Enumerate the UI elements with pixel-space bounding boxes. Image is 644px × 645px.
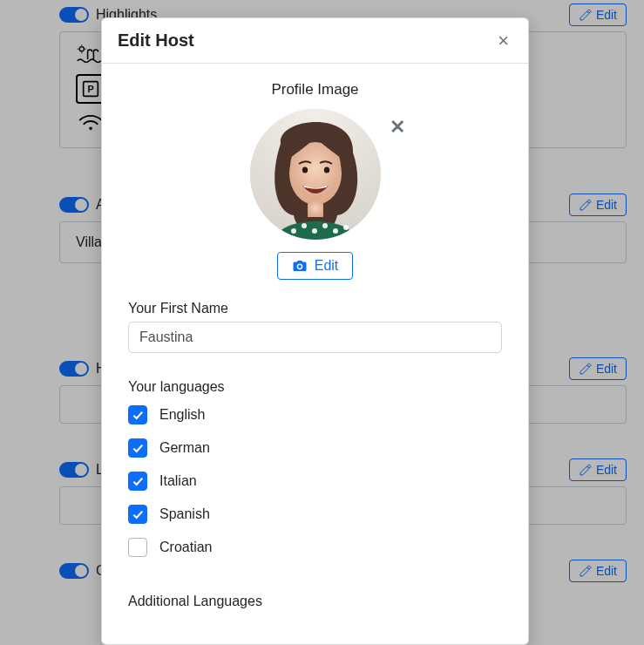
svg-rect-12: [308, 201, 323, 217]
svg-point-17: [333, 228, 338, 234]
svg-point-18: [343, 225, 349, 230]
modal-header: Edit Host ×: [102, 18, 528, 64]
modal-title: Edit Host: [118, 31, 194, 51]
camera-icon: [292, 259, 308, 273]
language-item-german: German: [128, 438, 502, 458]
modal-body: Profile Image: [102, 64, 528, 644]
checkbox-croatian[interactable]: [128, 538, 147, 557]
svg-point-19: [282, 234, 288, 239]
close-icon: ✕: [390, 116, 405, 138]
language-label: Croatian: [159, 540, 212, 555]
close-button[interactable]: ×: [494, 31, 512, 51]
checkbox-spanish[interactable]: [128, 505, 147, 524]
edit-host-modal: Edit Host × Profile Image: [101, 17, 529, 645]
language-item-italian: Italian: [128, 472, 502, 491]
language-label: Italian: [159, 473, 197, 489]
language-item-english: English: [128, 405, 502, 424]
languages-list: English German Italian Spanish: [128, 405, 502, 557]
close-icon: ×: [498, 30, 509, 51]
checkbox-german[interactable]: [128, 438, 147, 458]
first-name-input[interactable]: [128, 322, 502, 353]
language-item-spanish: Spanish: [128, 505, 502, 524]
profile-image-label: Profile Image: [128, 81, 502, 98]
check-icon: [131, 474, 145, 488]
svg-point-13: [291, 228, 296, 234]
check-icon: [131, 507, 145, 521]
check-icon: [131, 441, 145, 455]
remove-image-button[interactable]: ✕: [390, 116, 405, 139]
language-label: German: [159, 440, 210, 456]
languages-label: Your languages: [128, 379, 502, 395]
svg-point-14: [302, 223, 307, 228]
profile-image-section: Profile Image: [128, 81, 502, 280]
svg-point-16: [322, 223, 328, 228]
first-name-label: Your First Name: [128, 301, 502, 316]
svg-point-15: [312, 228, 317, 234]
svg-point-11: [323, 166, 329, 173]
language-item-croatian: Croatian: [128, 538, 502, 557]
avatar: [250, 109, 381, 240]
edit-image-label: Edit: [315, 258, 339, 274]
language-label: English: [159, 407, 205, 423]
checkbox-english[interactable]: [128, 405, 147, 424]
svg-point-10: [302, 166, 307, 173]
language-label: Spanish: [159, 506, 210, 522]
edit-image-button[interactable]: Edit: [277, 252, 354, 280]
additional-languages-label: Additional Languages: [128, 594, 502, 609]
checkbox-italian[interactable]: [128, 472, 147, 491]
check-icon: [131, 408, 145, 422]
